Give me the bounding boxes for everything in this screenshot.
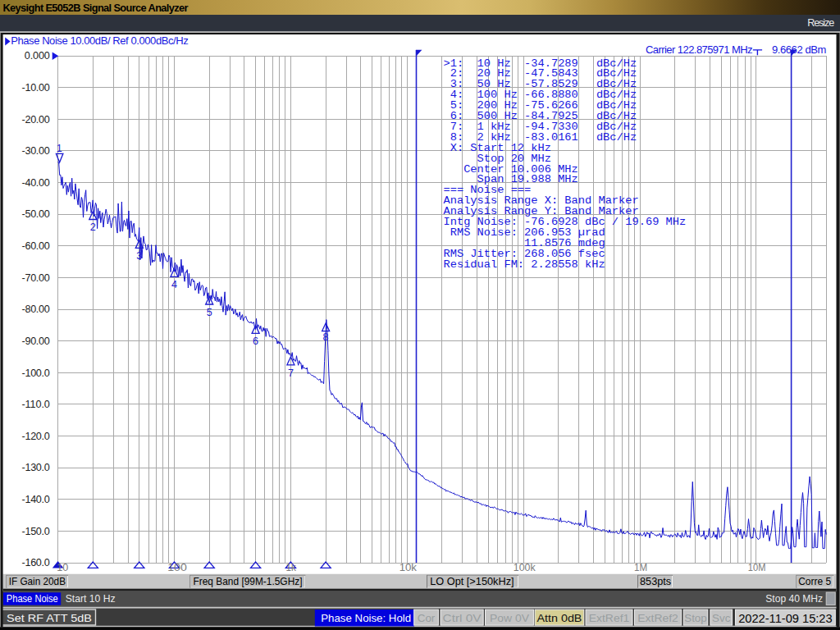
svg-text:-40.00: -40.00: [22, 177, 50, 189]
svg-text:Start 10 Hz: Start 10 Hz: [66, 593, 116, 605]
svg-text:Cor: Cor: [418, 612, 436, 624]
svg-text:-30.00: -30.00: [22, 145, 50, 157]
svg-text:Phase Noise 10.00dB/ Ref 0.000: Phase Noise 10.00dB/ Ref 0.000dBc/Hz: [11, 34, 189, 47]
svg-text:-10.00: -10.00: [22, 82, 50, 94]
svg-text:-50.00: -50.00: [22, 208, 50, 220]
svg-text:-20.00: -20.00: [22, 114, 50, 126]
svg-text:Carrier 122.875971 MHz: Carrier 122.875971 MHz: [646, 43, 753, 56]
svg-text:4: 4: [171, 279, 177, 290]
svg-text:-120.0: -120.0: [22, 431, 50, 442]
svg-text:Freq Band [99M-1.5GHz]: Freq Band [99M-1.5GHz]: [194, 576, 303, 587]
svg-text:-60.00: -60.00: [22, 240, 50, 252]
svg-text:2022-11-09 15:23: 2022-11-09 15:23: [738, 612, 833, 625]
svg-text:Resize: Resize: [807, 17, 834, 29]
svg-text:2: 2: [90, 221, 96, 233]
svg-text:Ctrl 0V: Ctrl 0V: [443, 612, 482, 624]
svg-text:0.000: 0.000: [25, 50, 50, 62]
svg-text:-150.0: -150.0: [22, 526, 50, 537]
svg-text:Svc: Svc: [712, 612, 731, 624]
svg-text:Attn 0dB: Attn 0dB: [536, 612, 582, 624]
svg-text:6: 6: [253, 336, 258, 347]
svg-text:Stop: Stop: [684, 612, 707, 624]
svg-text:Phase Noise: Hold: Phase Noise: Hold: [321, 612, 411, 624]
svg-text:LO Opt [>150kHz]: LO Opt [>150kHz]: [430, 576, 514, 587]
svg-text:8: 8: [323, 331, 329, 343]
svg-text:Pow 0V: Pow 0V: [490, 612, 529, 624]
svg-text:1: 1: [57, 143, 62, 154]
svg-text:-160.0: -160.0: [22, 557, 50, 568]
svg-text:dBc/Hz: dBc/Hz: [596, 131, 637, 144]
svg-text:Residual FM: 2.28558 kHz: Residual FM: 2.28558 kHz: [444, 258, 605, 271]
svg-text:ExtRef1: ExtRef1: [589, 612, 630, 624]
svg-text:ExtRef2: ExtRef2: [637, 612, 678, 624]
svg-text:9.6662 dBm: 9.6662 dBm: [772, 43, 826, 56]
svg-text:7: 7: [288, 368, 294, 379]
svg-text:100: 100: [167, 562, 187, 573]
svg-text:IF Gain 20dB: IF Gain 20dB: [9, 576, 66, 587]
svg-text:10: 10: [57, 562, 68, 573]
svg-text:-130.0: -130.0: [22, 462, 50, 473]
svg-text:Corre 5: Corre 5: [798, 576, 831, 587]
svg-text:Phase Noise: Phase Noise: [7, 593, 58, 605]
svg-text:5: 5: [207, 307, 212, 318]
svg-text:10M: 10M: [748, 562, 766, 573]
svg-text:853pts: 853pts: [640, 576, 671, 587]
svg-text:1k: 1k: [285, 562, 296, 573]
svg-text:-140.0: -140.0: [22, 494, 50, 505]
svg-text:Set RF ATT 5dB: Set RF ATT 5dB: [7, 612, 92, 624]
svg-text:100k: 100k: [514, 562, 536, 573]
svg-text:1M: 1M: [634, 562, 647, 573]
svg-text:3: 3: [136, 250, 142, 262]
svg-text:-100.0: -100.0: [22, 368, 50, 379]
svg-text:-90.00: -90.00: [22, 336, 50, 347]
svg-text:Stop 40 MHz: Stop 40 MHz: [765, 593, 823, 605]
svg-text:-80.00: -80.00: [22, 304, 50, 315]
svg-text:Keysight E5052B Signal Source: Keysight E5052B Signal Source Analyzer: [3, 2, 189, 14]
svg-text:-70.00: -70.00: [22, 272, 50, 284]
svg-text:-110.0: -110.0: [22, 399, 50, 410]
svg-text:10k: 10k: [399, 562, 418, 573]
